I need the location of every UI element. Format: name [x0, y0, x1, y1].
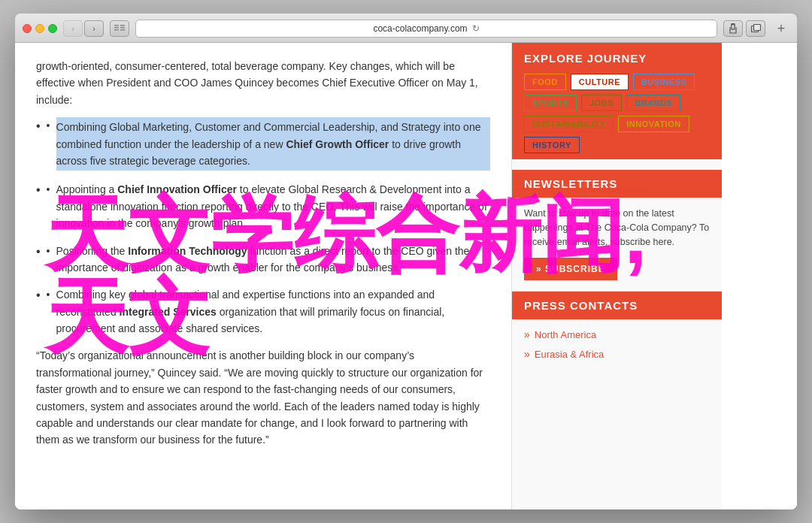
press-links: » North America » Eurasia & Africa	[512, 328, 722, 378]
explore-title: EXPLORE JOURNEY	[524, 52, 710, 65]
tag-sports[interactable]: SPORTS	[524, 95, 577, 111]
svg-rect-4	[120, 27, 125, 29]
newsletter-title: NEWSLETTERS	[512, 170, 722, 198]
svg-rect-5	[120, 29, 125, 31]
back-button[interactable]: ‹	[63, 20, 83, 37]
minimize-button[interactable]	[35, 24, 44, 33]
bullet-content-1: Combining Global Marketing, Customer and…	[56, 117, 490, 171]
refresh-button[interactable]: ↻	[472, 23, 480, 34]
subscribe-button[interactable]: » SUBSCRIBE	[524, 258, 617, 280]
bullet-item-4: • Combining key global transactional and…	[36, 286, 490, 337]
article-quote: “Today’s organizational announcement is …	[36, 347, 490, 448]
sidebar: EXPLORE JOURNEY FOOD CULTURE BUSINESS SP…	[511, 43, 722, 509]
explore-section: EXPLORE JOURNEY FOOD CULTURE BUSINESS SP…	[512, 43, 722, 159]
browser-window: ‹ › coca-colacompany.com ↻	[15, 14, 797, 509]
tag-jobs[interactable]: JOBS	[581, 95, 622, 111]
close-button[interactable]	[23, 24, 32, 33]
new-tab-button[interactable]: +	[773, 20, 789, 37]
article-intro: growth-oriented, consumer-centered, tota…	[36, 58, 490, 108]
maximize-button[interactable]	[48, 24, 57, 33]
reader-button[interactable]	[110, 20, 129, 37]
newsletter-text: Want to stay up to date on the latest ha…	[524, 207, 710, 249]
svg-rect-3	[120, 25, 125, 26]
bullet-marker-3: •	[47, 243, 50, 277]
svg-rect-2	[114, 29, 119, 31]
press-link-ea-text: Eurasia & Africa	[535, 349, 604, 360]
nav-buttons: ‹ ›	[63, 20, 104, 37]
press-link-na-text: North America	[535, 329, 596, 340]
traffic-lights	[23, 24, 57, 33]
press-contacts-title: PRESS CONTACTS	[512, 292, 722, 319]
bold-integrated: Integrated Services	[120, 306, 217, 318]
url-text: coca-colacompany.com	[373, 23, 467, 34]
tag-brands[interactable]: BRANDS	[626, 95, 680, 111]
tag-history[interactable]: HISTORY	[524, 137, 580, 153]
bullet-marker-2: •	[47, 181, 50, 231]
address-bar[interactable]: coca-colacompany.com ↻	[135, 20, 717, 38]
bold-chief-innovation: Chief Innovation Officer	[117, 183, 237, 195]
bullet-marker-4: •	[47, 286, 50, 337]
bullet-marker: •	[47, 117, 50, 171]
svg-rect-0	[114, 25, 119, 26]
bullet-item-3: • Positioning the Information Technology…	[36, 243, 490, 277]
bold-chief-growth: Chief Growth Officer	[286, 138, 389, 150]
tag-culture[interactable]: CULTURE	[571, 74, 629, 90]
svg-rect-8	[753, 25, 760, 31]
bullet-content-3: Positioning the Information Technology f…	[56, 243, 490, 277]
arrow-icon-ea: »	[524, 348, 530, 360]
bullet-item-1: • Combining Global Marketing, Customer a…	[36, 117, 490, 171]
new-window-button[interactable]	[746, 20, 765, 37]
press-link-eurasia[interactable]: » Eurasia & Africa	[524, 348, 710, 360]
share-button[interactable]	[723, 20, 743, 37]
tag-innovation[interactable]: INNOVATION	[618, 116, 689, 132]
bullet-content-4: Combining key global transactional and e…	[56, 286, 490, 337]
page-content: 天文学综合新闻, 天文 growth-oriented, consumer-ce…	[15, 43, 797, 509]
bold-info-tech: Information Technology	[128, 245, 247, 257]
bullet-item-2: • Appointing a Chief Innovation Officer …	[36, 181, 490, 231]
newsletter-section: NEWSLETTERS Want to stay up to date on t…	[512, 159, 722, 292]
press-contacts-section: PRESS CONTACTS » North America » Eurasia…	[512, 292, 722, 378]
bullet-content-2: Appointing a Chief Innovation Officer to…	[56, 181, 490, 231]
tag-business[interactable]: BUSINESS	[633, 74, 695, 90]
browser-chrome: ‹ › coca-colacompany.com ↻	[15, 14, 797, 43]
svg-rect-1	[114, 27, 119, 29]
tag-grid: FOOD CULTURE BUSINESS SPORTS JOBS BRANDS…	[524, 74, 710, 153]
browser-actions	[723, 20, 765, 37]
tag-sustainability[interactable]: SUSTAINABILITY	[524, 116, 614, 132]
arrow-icon-na: »	[524, 328, 530, 340]
press-link-north-america[interactable]: » North America	[524, 328, 710, 340]
main-article: growth-oriented, consumer-centered, tota…	[15, 43, 511, 509]
tag-food[interactable]: FOOD	[524, 74, 566, 90]
forward-button[interactable]: ›	[84, 20, 104, 37]
bullet-list: • Combining Global Marketing, Customer a…	[36, 117, 490, 337]
